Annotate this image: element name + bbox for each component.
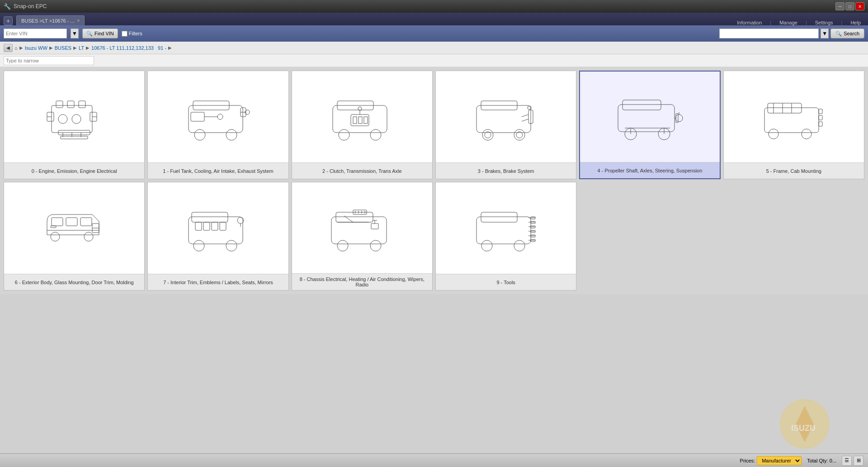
svg-rect-46 xyxy=(623,100,661,110)
tile-image-8 xyxy=(292,182,432,273)
status-bar: Prices: Manufacturer List Net Total Qty:… xyxy=(0,453,868,467)
category-tile-3[interactable]: 3 - Brakes, Brake System xyxy=(435,71,576,179)
title-bar: 🔧 Snap-on EPC ─ □ ✕ xyxy=(0,0,868,13)
narrow-bar xyxy=(0,54,868,67)
tile-image-7 xyxy=(148,182,288,274)
home-icon[interactable]: ⌂ xyxy=(14,45,18,51)
svg-point-69 xyxy=(51,232,60,241)
svg-point-4 xyxy=(58,114,67,124)
svg-rect-61 xyxy=(819,109,822,114)
svg-rect-3 xyxy=(79,101,85,108)
total-qty-label: Total Qty: 0... xyxy=(807,458,836,463)
svg-rect-45 xyxy=(618,105,675,132)
category-tile-7[interactable]: 7 - Interior Trim, Emblems / Labels, Sea… xyxy=(147,182,288,291)
status-icons: ☰ ⊞ xyxy=(842,456,863,466)
svg-rect-14 xyxy=(61,136,88,139)
search-button[interactable]: 🔍 Search xyxy=(830,29,864,38)
svg-rect-29 xyxy=(351,114,369,126)
breadcrumb: ◀ ⌂ ▶ Isuzu WW ▶ BUSES ▶ LT ▶ 10676 - LT… xyxy=(0,42,868,54)
svg-rect-80 xyxy=(203,222,210,230)
category-tile-4[interactable]: 4 - Propeller Shaft, Axles, Steering, Su… xyxy=(579,71,720,179)
filters-checkbox-label[interactable]: Filters xyxy=(122,31,142,37)
tile-label-2: 2 - Clutch, Transmission, Trans Axle xyxy=(292,162,432,179)
narrow-input[interactable] xyxy=(4,56,94,65)
filters-checkbox[interactable] xyxy=(122,31,127,37)
prices-label: Prices: xyxy=(740,458,755,463)
svg-rect-15 xyxy=(189,105,243,133)
category-tile-9[interactable]: 9 - Tools xyxy=(435,182,576,291)
nav-menu: Information | Manage | Settings | Help xyxy=(733,20,864,25)
add-tab-button[interactable]: + xyxy=(4,16,13,25)
svg-point-102 xyxy=(514,240,525,251)
app-title: Snap-on EPC xyxy=(14,3,47,10)
nav-help[interactable]: Help xyxy=(847,20,864,25)
tile-label-8: 8 - Chassis Electrical, Heating / Air Co… xyxy=(292,273,432,290)
tile-label-6: 6 - Exterior Body, Glass Mounting, Door … xyxy=(4,274,144,290)
search-input[interactable] xyxy=(719,29,819,38)
bc-10676[interactable]: 10676 - LT 111,112,132,133 91 - xyxy=(91,45,166,51)
search-icon: 🔍 xyxy=(835,31,842,37)
svg-rect-91 xyxy=(371,224,378,229)
tile-image-9 xyxy=(436,182,576,274)
svg-rect-86 xyxy=(336,212,373,222)
nav-manage[interactable]: Manage xyxy=(776,20,801,25)
tab-label: BUSES >LT >10676 - ... xyxy=(21,18,75,24)
tile-image-6 xyxy=(4,182,144,274)
back-button[interactable]: ◀ xyxy=(4,44,13,52)
tile-image-0 xyxy=(4,71,144,162)
close-button[interactable]: ✕ xyxy=(855,2,864,10)
vin-input[interactable] xyxy=(4,29,67,38)
tile-image-3 xyxy=(436,71,576,162)
vin-dropdown[interactable]: ▼ xyxy=(71,29,79,38)
category-tile-2[interactable]: 2 - Clutch, Transmission, Trans Axle xyxy=(292,71,433,179)
svg-rect-2 xyxy=(67,101,74,108)
bc-buses[interactable]: BUSES xyxy=(55,45,71,51)
svg-point-24 xyxy=(217,114,223,119)
svg-point-70 xyxy=(84,232,93,241)
svg-point-18 xyxy=(226,129,237,140)
category-tile-5[interactable]: 5 - Frame, Cab Mounting xyxy=(723,71,864,179)
svg-point-17 xyxy=(194,129,205,140)
svg-rect-22 xyxy=(191,112,204,121)
svg-point-64 xyxy=(769,129,778,139)
bc-isuzu-ww[interactable]: Isuzu WW xyxy=(25,45,47,51)
app-icon: 🔧 xyxy=(4,3,11,10)
tile-label-9: 9 - Tools xyxy=(436,274,576,290)
search-area: ▼ 🔍 Search xyxy=(719,29,864,38)
tab-close-button[interactable]: × xyxy=(77,18,80,23)
svg-point-38 xyxy=(514,129,525,140)
svg-rect-63 xyxy=(819,122,822,126)
svg-rect-74 xyxy=(51,226,56,228)
tile-label-7: 7 - Interior Trim, Emblems / Labels, Sea… xyxy=(148,274,288,290)
svg-rect-79 xyxy=(195,222,202,230)
list-view-button[interactable]: ☰ xyxy=(842,456,852,466)
svg-point-88 xyxy=(370,240,381,251)
find-vin-button[interactable]: 🔍 Find VIN xyxy=(82,29,118,38)
svg-point-28 xyxy=(370,129,381,140)
maximize-button[interactable]: □ xyxy=(845,2,854,10)
svg-line-43 xyxy=(522,119,528,121)
main-tab[interactable]: BUSES >LT >10676 - ... × xyxy=(16,15,85,25)
search-dropdown[interactable]: ▼ xyxy=(821,29,829,38)
minimize-button[interactable]: ─ xyxy=(835,2,844,10)
category-tile-6[interactable]: 6 - Exterior Body, Glass Mounting, Door … xyxy=(4,182,145,291)
svg-rect-67 xyxy=(66,218,77,226)
svg-rect-62 xyxy=(819,115,822,120)
tab-bar: + BUSES >LT >10676 - ... × Information |… xyxy=(0,13,868,25)
category-tile-0[interactable]: 0 - Engine, Emission, Engine Electrical xyxy=(4,71,145,179)
grid-view-button[interactable]: ⊞ xyxy=(854,456,863,466)
svg-point-87 xyxy=(337,240,348,251)
tile-image-5 xyxy=(724,71,864,162)
svg-rect-81 xyxy=(212,222,218,230)
svg-rect-99 xyxy=(476,217,531,244)
bc-lt[interactable]: LT xyxy=(79,45,84,51)
category-tile-8[interactable]: 8 - Chassis Electrical, Heating / Air Co… xyxy=(292,182,433,291)
category-tile-1[interactable]: 1 - Fuel Tank, Cooling, Air Intake, Exha… xyxy=(147,71,288,179)
svg-rect-32 xyxy=(353,117,357,124)
svg-rect-33 xyxy=(359,117,362,124)
svg-point-115 xyxy=(780,399,830,449)
nav-information[interactable]: Information xyxy=(733,20,765,25)
prices-dropdown[interactable]: Manufacturer List Net xyxy=(757,456,802,465)
nav-settings[interactable]: Settings xyxy=(811,20,837,25)
svg-text:ISUZU: ISUZU xyxy=(791,424,816,433)
